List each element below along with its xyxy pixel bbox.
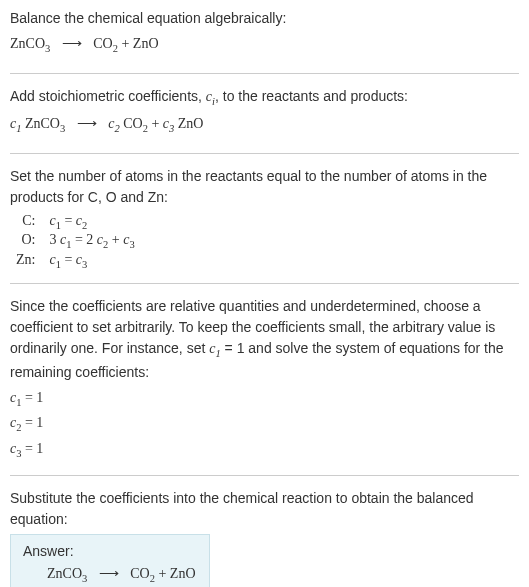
coeff-title: Add stoichiometric coefficients, ci, to … — [10, 86, 519, 110]
reactant-base: ZnCO — [47, 566, 82, 581]
answer-box: Answer: ZnCO3 ⟶ CO2 + ZnO — [10, 534, 210, 587]
product2: ZnO — [133, 36, 159, 51]
sp1-base: ZnCO — [21, 116, 60, 131]
atoms-label: Zn: — [10, 251, 43, 271]
solve-cvar: c1 — [209, 341, 220, 356]
reactant-base: ZnCO — [10, 36, 45, 51]
c2: c2 — [108, 116, 119, 131]
product1-base: CO — [93, 36, 112, 51]
plus: + — [148, 116, 163, 131]
section-coefficients: Add stoichiometric coefficients, ci, to … — [10, 86, 519, 154]
product2: ZnO — [170, 566, 196, 581]
sp2-base: CO — [120, 116, 143, 131]
coeff-line: c2 = 1 — [10, 412, 519, 436]
rhs-sub: 3 — [82, 259, 87, 270]
atoms-title: Set the number of atoms in the reactants… — [10, 166, 519, 208]
arrow-icon: ⟶ — [62, 33, 82, 54]
lhs-pre: 3 — [49, 232, 60, 247]
species2: CO2 — [120, 116, 148, 131]
sp1-sub: 3 — [60, 123, 65, 134]
coeff-title-a: Add stoichiometric coefficients, — [10, 88, 206, 104]
problem-equation: ZnCO3 ⟶ CO2 + ZnO — [10, 33, 519, 57]
atoms-eq: c1 = c3 — [43, 251, 140, 271]
answer-equation: ZnCO3 ⟶ CO2 + ZnO — [23, 565, 197, 584]
product1-base: CO — [130, 566, 149, 581]
atoms-eq: 3 c1 = 2 c2 + c3 — [43, 231, 140, 251]
reactant: ZnCO3 — [10, 36, 50, 51]
c3: c3 — [163, 116, 174, 131]
plus: + — [108, 232, 123, 247]
cf-val: = 1 — [21, 390, 43, 405]
section-atoms: Set the number of atoms in the reactants… — [10, 166, 519, 284]
atoms-label: C: — [10, 212, 43, 232]
coeff-var: ci — [206, 89, 215, 104]
eq-sign: = 2 — [71, 232, 96, 247]
reactant-sub: 3 — [82, 573, 87, 584]
coeff-line: c1 = 1 — [10, 387, 519, 411]
problem-title: Balance the chemical equation algebraica… — [10, 8, 519, 29]
arrow-icon: ⟶ — [77, 113, 97, 134]
section-solve: Since the coefficients are relative quan… — [10, 296, 519, 476]
c1: c1 — [10, 116, 21, 131]
coeff-equation: c1 ZnCO3 ⟶ c2 CO2 + c3 ZnO — [10, 113, 519, 137]
eq-sign: = — [61, 213, 76, 228]
section-problem: Balance the chemical equation algebraica… — [10, 8, 519, 74]
product1: CO2 — [130, 566, 155, 581]
atoms-row-o: O: 3 c1 = 2 c2 + c3 — [10, 231, 141, 251]
product1: CO2 — [93, 36, 118, 51]
cf-val: = 1 — [21, 415, 43, 430]
eq-sign: = — [61, 252, 76, 267]
species3: ZnO — [174, 116, 203, 131]
arrow-icon: ⟶ — [99, 565, 119, 582]
coeff-title-b: , to the reactants and products: — [215, 88, 408, 104]
atoms-eq: c1 = c2 — [43, 212, 140, 232]
plus: + — [155, 566, 170, 581]
solve-text: Since the coefficients are relative quan… — [10, 296, 519, 383]
reactant-sub: 3 — [45, 43, 50, 54]
atoms-row-zn: Zn: c1 = c3 — [10, 251, 141, 271]
answer-title: Substitute the coefficients into the che… — [10, 488, 519, 530]
cf-val: = 1 — [21, 441, 43, 456]
rhs-sub: 3 — [129, 239, 134, 250]
answer-label: Answer: — [23, 543, 197, 559]
plus: + — [118, 36, 133, 51]
atoms-row-c: C: c1 = c2 — [10, 212, 141, 232]
coeff-line: c3 = 1 — [10, 438, 519, 462]
reactant: ZnCO3 — [47, 566, 87, 581]
species1: ZnCO3 — [21, 116, 65, 131]
solved-coeffs: c1 = 1 c2 = 1 c3 = 1 — [10, 387, 519, 462]
section-answer: Substitute the coefficients into the che… — [10, 488, 519, 587]
atoms-label: O: — [10, 231, 43, 251]
rhs-sub: 2 — [82, 219, 87, 230]
atoms-table: C: c1 = c2 O: 3 c1 = 2 c2 + c3 Zn: c1 = … — [10, 212, 141, 271]
